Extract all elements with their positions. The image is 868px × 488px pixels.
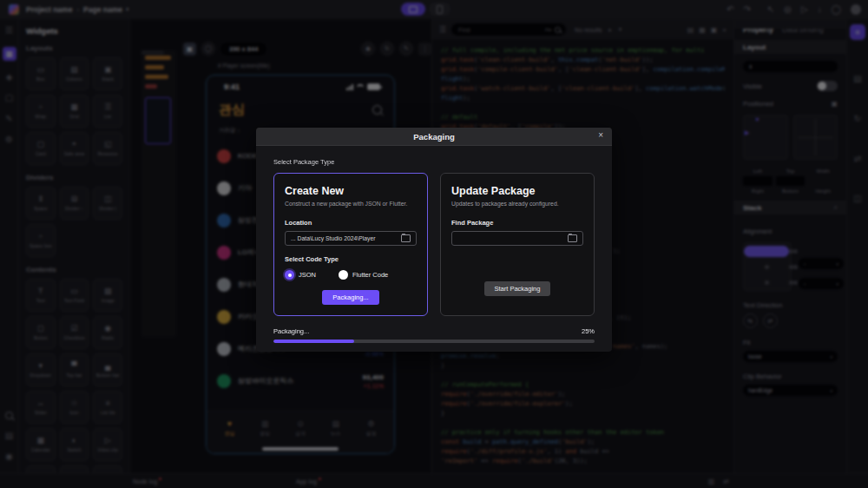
packaging-progress-fill [273,340,354,343]
packaging-modal: Packaging × Select Package Type Create N… [256,128,612,352]
location-input[interactable]: ... Data\Lucy Studio 2024\Player [285,231,417,246]
folder-icon[interactable] [401,234,411,242]
app-root: Project name › Page name ▾ ↶ ↷ ↖ ◎ ▷ ↓ ◯… [0,0,868,488]
folder-icon[interactable] [568,234,577,242]
modal-title: Packaging [413,132,455,142]
packaging-button[interactable]: Packaging... [322,290,379,305]
radio-json-label: JSON [299,271,316,279]
packaging-progress-bar [273,340,595,343]
create-new-card[interactable]: Create New Construct a new package with … [273,173,428,316]
code-type-label: Select Code Type [285,255,417,263]
radio-unselected-icon [339,270,348,280]
location-value: ... Data\Lucy Studio 2024\Player [291,235,375,241]
radio-json[interactable]: JSON [285,270,316,280]
progress-label: Packaging... [273,327,309,335]
radio-flutter[interactable]: Flutter Code [339,270,388,280]
progress-percent: 25% [582,327,595,335]
update-package-card[interactable]: Update Package Updates to packages alrea… [440,173,595,316]
create-new-desc: Construct a new package with JSON or Flu… [285,201,417,207]
update-package-desc: Updates to packages already configured. [451,201,583,207]
location-label: Location [285,219,417,227]
find-package-label: Find Package [451,219,583,227]
modal-header: Packaging × [256,128,612,146]
close-icon[interactable]: × [598,130,603,140]
start-packaging-button[interactable]: Start Packaging [484,281,550,296]
radio-selected-icon [285,270,294,280]
create-new-title: Create New [285,185,417,197]
select-package-type-label: Select Package Type [273,158,595,166]
find-package-input[interactable] [451,231,583,246]
update-package-title: Update Package [451,185,583,197]
radio-flutter-label: Flutter Code [352,271,388,279]
